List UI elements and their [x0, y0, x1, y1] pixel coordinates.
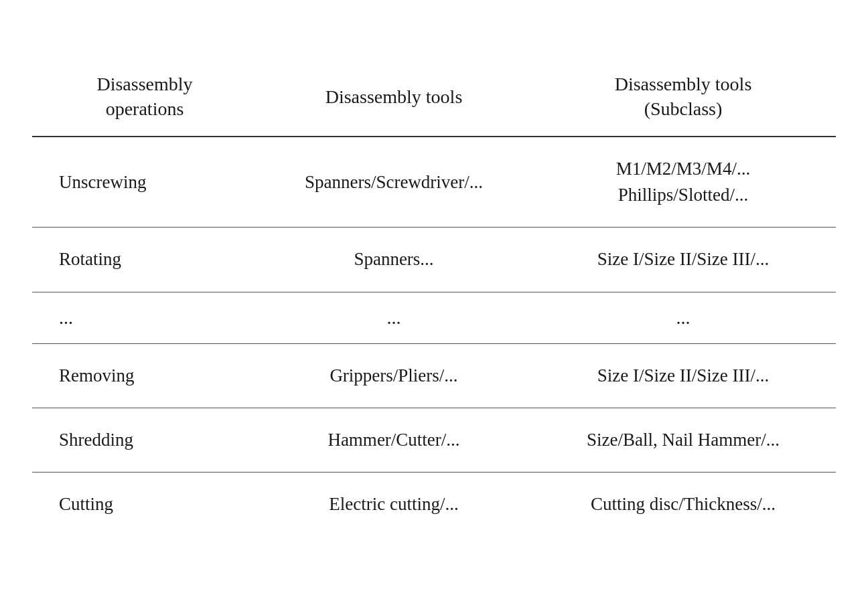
table-row: Cutting Electric cutting/... Cutting dis… — [32, 473, 836, 537]
cell-subclass: M1/M2/M3/M4/...Phillips/Slotted/... — [530, 137, 836, 228]
main-table-container: Disassemblyoperations Disassembly tools … — [32, 60, 836, 536]
cell-subclass: Cutting disc/Thickness/... — [530, 473, 836, 537]
cell-tools: Spanners/Screwdriver/... — [257, 137, 530, 228]
cell-subclass: Size I/Size II/Size III/... — [530, 344, 836, 408]
cell-tools: ... — [257, 292, 530, 344]
header-operations: Disassemblyoperations — [32, 60, 257, 137]
table-row: Shredding Hammer/Cutter/... Size/Ball, N… — [32, 408, 836, 473]
table-row ellipsis-row: ... ... ... — [32, 292, 836, 344]
cell-subclass: Size/Ball, Nail Hammer/... — [530, 408, 836, 473]
table-row: Rotating Spanners... Size I/Size II/Size… — [32, 228, 836, 292]
header-tools: Disassembly tools — [257, 60, 530, 137]
cell-operation: Shredding — [32, 408, 257, 473]
table-row: Removing Grippers/Pliers/... Size I/Size… — [32, 344, 836, 408]
cell-operation: Removing — [32, 344, 257, 408]
cell-tools: Hammer/Cutter/... — [257, 408, 530, 473]
cell-operation: ... — [32, 292, 257, 344]
cell-tools: Spanners... — [257, 228, 530, 292]
header-subclass: Disassembly tools(Subclass) — [530, 60, 836, 137]
cell-operation: Unscrewing — [32, 137, 257, 228]
cell-operation: Rotating — [32, 228, 257, 292]
table-header-row: Disassemblyoperations Disassembly tools … — [32, 60, 836, 137]
disassembly-table: Disassemblyoperations Disassembly tools … — [32, 60, 836, 536]
cell-subclass: ... — [530, 292, 836, 344]
cell-tools: Electric cutting/... — [257, 473, 530, 537]
cell-subclass: Size I/Size II/Size III/... — [530, 228, 836, 292]
cell-tools: Grippers/Pliers/... — [257, 344, 530, 408]
cell-operation: Cutting — [32, 473, 257, 537]
table-row: Unscrewing Spanners/Screwdriver/... M1/M… — [32, 137, 836, 228]
